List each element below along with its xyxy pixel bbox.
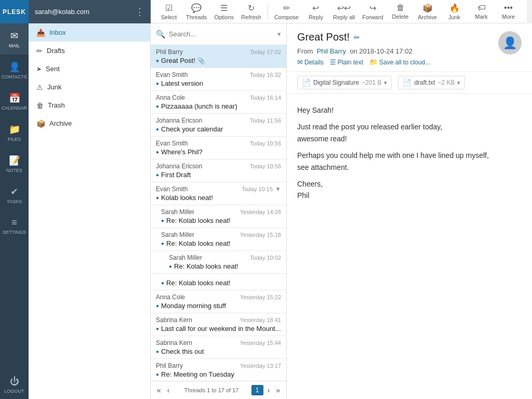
message-list: Phil Barry Today 17:02 ● Great Post! 📎 E… (151, 45, 286, 381)
thread-sender: Phil Barry (156, 48, 183, 56)
more-button[interactable]: ••• More (496, 1, 522, 22)
search-dropdown-icon[interactable]: ▾ (277, 30, 281, 38)
list-item[interactable]: Sabrina Kern Yesterday 18:41 ● Last call… (151, 313, 286, 336)
archive-icon: 📦 (422, 3, 433, 13)
attachment-dropdown-icon[interactable]: ▾ (384, 79, 387, 86)
plain-text-link[interactable]: ☰ Plain text (330, 58, 363, 66)
attachment-name: draft.txt (414, 79, 435, 86)
list-item[interactable]: Phil Barry Yesterday 13:17 ● Re: Meeting… (151, 359, 286, 381)
thread-time: Yesterday 15:18 (240, 232, 281, 238)
sidebar-item-contacts[interactable]: 👤 CONTACTS (0, 55, 29, 86)
thread-time: Today 10:56 (250, 140, 281, 147)
reply-button[interactable]: ↩ Reply (303, 1, 329, 22)
details-link[interactable]: ✉ Details (297, 58, 324, 66)
email-body: Hey Sarah! Just read the post you releas… (287, 94, 532, 217)
list-item[interactable]: Anna Cole Today 16:14 ● Pizzaaaaa (lunch… (151, 91, 286, 114)
list-item[interactable]: Evan Smith Today 10:56 ● Where's Phil? (151, 137, 286, 159)
sidebar-label-tasks: TASKS (7, 199, 22, 204)
list-item[interactable]: Anna Cole Yesterday 15:22 ● Monday morni… (151, 290, 286, 313)
attachment-item[interactable]: 📄 draft.txt ~2 KB ▾ (398, 76, 465, 89)
junk-button[interactable]: 🔥 Junk (442, 1, 468, 22)
sidebar-item-notes[interactable]: 📝 NOTES (0, 148, 29, 179)
folder-label-inbox: Inbox (49, 29, 66, 36)
thread-sender: Johanna Ericson (156, 163, 202, 170)
thread-dot: ● (161, 241, 164, 246)
folder-item-sent[interactable]: ➤ Sent (29, 60, 150, 78)
logout-button[interactable]: ⏻ LOGOUT (0, 370, 29, 399)
sidebar-item-files[interactable]: 📁 FILES (0, 117, 29, 148)
thread-sender: Sabrina Kern (156, 339, 192, 347)
list-item[interactable]: Sabrina Kern Yesterday 15:44 ● Check thi… (151, 336, 286, 359)
from-label: From (297, 47, 313, 55)
calendar-icon: 📅 (9, 92, 20, 104)
sender-name-link[interactable]: Phil Barry (317, 47, 346, 55)
refresh-button[interactable]: ↻ Refresh (238, 1, 264, 22)
body-line-6: Cheers, (297, 178, 522, 190)
forward-button[interactable]: ↪ Forward (359, 1, 386, 22)
reply-icon: ↩ (312, 3, 319, 13)
attachment-size: ~2 KB (437, 79, 455, 86)
edit-icon[interactable]: ✏ (354, 33, 360, 42)
trash-icon: 🗑 (36, 101, 44, 110)
compose-icon: ✏ (283, 3, 290, 13)
attachments-bar: 📄 Digital Signature ~201 B ▾ 📄 draft.txt… (287, 72, 532, 94)
options-button[interactable]: ☰ Options (211, 1, 237, 22)
attachment-name: Digital Signature (313, 79, 359, 86)
sidebar-label-calendar: CALENDAR (2, 105, 27, 111)
list-item[interactable]: Evan Smith Today 10:15 ▼ ● Kolab looks n… (151, 182, 286, 205)
search-input[interactable] (169, 30, 274, 38)
thread-sender: Anna Cole (156, 294, 185, 301)
list-item[interactable]: ● Re: Kolab looks neat! (151, 274, 286, 290)
sidebar-item-calendar[interactable]: 📅 CALENDAR (0, 86, 29, 117)
reply-all-button[interactable]: ↩↩ Reply all (330, 1, 358, 22)
list-item[interactable]: Johanna Ericson Today 10:56 ● First Draf… (151, 159, 286, 182)
thread-sender: Phil Barry (156, 362, 183, 369)
account-more-icon[interactable]: ⋮ (135, 6, 144, 18)
attachment-dropdown-icon[interactable]: ▾ (457, 79, 460, 86)
attachment-item[interactable]: 📄 Digital Signature ~201 B ▾ (297, 76, 392, 89)
thread-subject-text: Great Post! (161, 57, 195, 64)
folder-item-drafts[interactable]: ✏ Drafts (29, 42, 150, 60)
folder-label-trash: Trash (48, 101, 65, 109)
page-first-button[interactable]: « (155, 385, 163, 395)
thread-subject-text: Last call for our weekend in the Mount..… (161, 325, 281, 332)
delete-button[interactable]: 🗑 Delete (388, 1, 414, 22)
thread-subject-text: Latest version (161, 79, 203, 87)
list-item[interactable]: Sarah Miller Yesterday 15:18 ● Re: Kolab… (151, 228, 286, 251)
archive-button[interactable]: 📦 Archive (415, 1, 441, 22)
sidebar-item-tasks[interactable]: ✔ TASKS (0, 179, 29, 210)
folder-item-trash[interactable]: 🗑 Trash (29, 96, 150, 114)
pagination-label: Threads 1 to 17 of 17 (184, 387, 239, 393)
list-item[interactable]: Phil Barry Today 17:02 ● Great Post! 📎 (151, 45, 286, 68)
page-prev-button[interactable]: ‹ (165, 385, 172, 395)
mark-button[interactable]: 🏷 Mark (469, 1, 495, 22)
save-cloud-link[interactable]: 📁 Save all to cloud... (369, 58, 430, 66)
list-item[interactable]: Sarah Miller Today 10:02 ● Re: Kolab loo… (151, 251, 286, 274)
drafts-icon: ✏ (36, 47, 43, 55)
folder-item-junk[interactable]: ⚠ Junk (29, 78, 150, 96)
thread-time: Yesterday 14:26 (240, 209, 281, 215)
thread-subject-text: Re: Kolab looks neat! (166, 217, 231, 224)
page-next-button[interactable]: › (265, 385, 272, 395)
compose-button[interactable]: ✏ Compose (271, 1, 302, 22)
thread-subject-text: Re: Kolab looks neat! (166, 279, 231, 287)
sidebar-item-mail[interactable]: ✉ MAIL (0, 23, 29, 55)
folder-item-inbox[interactable]: 📥 Inbox (29, 23, 150, 42)
collapse-icon[interactable]: ▼ (275, 185, 281, 193)
select-button[interactable]: ☑ Select (156, 1, 182, 22)
page-number-button[interactable]: 1 (251, 385, 263, 395)
threads-icon: 💬 (191, 3, 202, 13)
sidebar-item-settings[interactable]: ≡ SETTINGS (0, 210, 29, 242)
list-item[interactable]: Evan Smith Today 16:32 ● Latest version (151, 68, 286, 91)
list-item[interactable]: Sarah Miller Yesterday 14:26 ● Re: Kolab… (151, 205, 286, 228)
mark-icon: 🏷 (477, 3, 486, 12)
folder-item-archive[interactable]: 📦 Archive (29, 114, 150, 132)
page-last-button[interactable]: » (274, 385, 282, 395)
thread-dot: ● (156, 326, 159, 331)
threads-button[interactable]: 💬 Threads (183, 1, 210, 22)
list-item[interactable]: Johanna Ericson Today 11:56 ● Check your… (151, 114, 286, 137)
email-date: on 2018-10-24 17:02 (350, 47, 413, 55)
thread-time: Today 16:32 (250, 72, 281, 78)
email-title-text: Great Post! (297, 31, 350, 43)
body-line-3: awesome read! (297, 133, 522, 144)
